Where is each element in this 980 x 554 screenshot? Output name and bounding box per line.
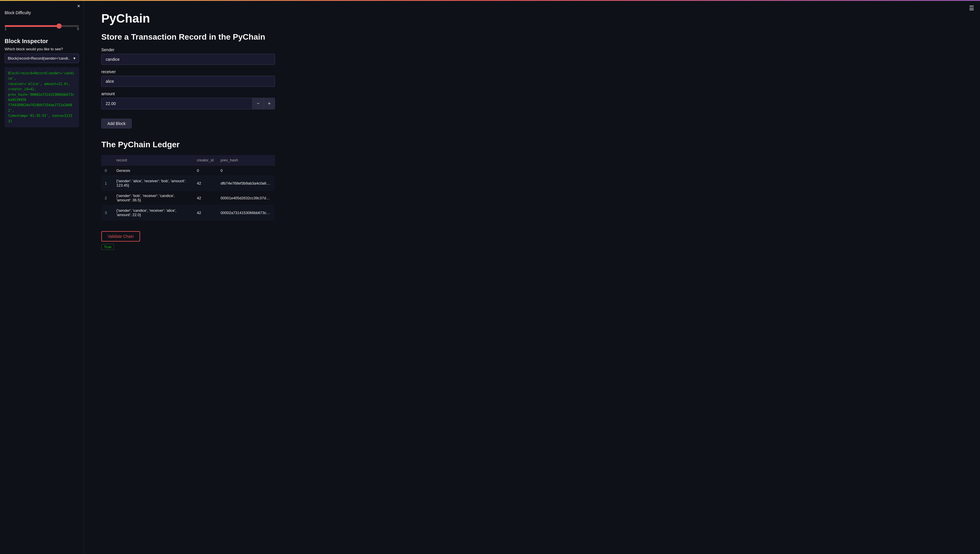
cell-prev-hash: dfb74e768ef3b9ab3a4c0a60869f3cc8a77f22a9 bbox=[217, 176, 275, 191]
col-index bbox=[101, 155, 113, 166]
receiver-label: receiver bbox=[101, 69, 962, 74]
block-select[interactable]: Block(record=Record(sender='candi... Blo… bbox=[5, 54, 79, 63]
cell-record: {'sender': 'alice', 'receiver': 'bob', '… bbox=[113, 176, 193, 191]
slider-track bbox=[5, 23, 79, 25]
decrement-button[interactable]: − bbox=[252, 98, 263, 109]
cell-creator-id: 42 bbox=[193, 176, 217, 191]
table-row: 2 {'sender': 'bob', 'receiver': 'candice… bbox=[101, 191, 275, 205]
difficulty-section: Block Difficulty 4 1 5 bbox=[5, 10, 79, 31]
page-title: PyChain bbox=[101, 11, 962, 25]
col-creator-id: creator_id bbox=[193, 155, 217, 166]
block-inspector-section: Block Inspector Which block would you li… bbox=[5, 38, 79, 127]
cell-creator-id: 0 bbox=[193, 166, 217, 176]
difficulty-slider[interactable] bbox=[5, 25, 79, 27]
receiver-input[interactable] bbox=[101, 76, 275, 87]
transaction-section-title: Store a Transaction Record in the PyChai… bbox=[101, 32, 962, 41]
cell-index: 2 bbox=[101, 191, 113, 205]
amount-label: amount bbox=[101, 91, 962, 96]
ledger-table: record creator_id prev_hash 0 Genesis 0 … bbox=[101, 155, 275, 220]
cell-prev-hash: 0 bbox=[217, 166, 275, 176]
sidebar: × Block Difficulty 4 1 5 Block Inspector… bbox=[0, 0, 84, 554]
cell-index: 3 bbox=[101, 205, 113, 220]
cell-creator-id: 42 bbox=[193, 191, 217, 205]
table-row: 3 {'sender': 'candice', 'receiver': 'ali… bbox=[101, 205, 275, 220]
validate-result: True bbox=[101, 244, 114, 250]
main-content: ☰ PyChain Store a Transaction Record in … bbox=[84, 0, 980, 554]
cell-record: {'sender': 'bob', 'receiver': 'candice',… bbox=[113, 191, 193, 205]
table-header-row: record creator_id prev_hash bbox=[101, 155, 275, 166]
col-prev-hash: prev_hash bbox=[217, 155, 275, 166]
hamburger-button[interactable]: ☰ bbox=[969, 5, 974, 11]
sender-input[interactable] bbox=[101, 54, 275, 65]
cell-index: 0 bbox=[101, 166, 113, 176]
close-button[interactable]: × bbox=[77, 3, 80, 9]
ledger-section: The PyChain Ledger record creator_id pre… bbox=[101, 140, 962, 250]
cell-creator-id: 42 bbox=[193, 205, 217, 220]
top-accent-bar bbox=[0, 0, 980, 1]
sender-label: Sender bbox=[101, 48, 962, 52]
cell-record: {'sender': 'candice', 'receiver': 'alice… bbox=[113, 205, 193, 220]
sender-group: Sender bbox=[101, 48, 962, 65]
block-inspector-question: Which block would you like to see? bbox=[5, 47, 79, 51]
cell-prev-hash: 00002a7314153066bb673c8a9539950f7491890 bbox=[217, 205, 275, 220]
add-block-button[interactable]: Add Block bbox=[101, 119, 132, 129]
block-code-display: Block(record=Record(sender='candice', re… bbox=[5, 67, 79, 127]
amount-container: − + bbox=[101, 98, 275, 109]
block-inspector-title: Block Inspector bbox=[5, 38, 79, 45]
cell-record: Genesis bbox=[113, 166, 193, 176]
table-row: 1 {'sender': 'alice', 'receiver': 'bob',… bbox=[101, 176, 275, 191]
amount-group: amount − + bbox=[101, 91, 962, 109]
difficulty-value: 4 bbox=[55, 18, 84, 22]
amount-input[interactable] bbox=[102, 99, 252, 109]
difficulty-title: Block Difficulty bbox=[5, 10, 79, 15]
ledger-title: The PyChain Ledger bbox=[101, 140, 962, 149]
cell-index: 1 bbox=[101, 176, 113, 191]
cell-prev-hash: 00001e405d2632cc39c37d9e10f4356f781fa8e8 bbox=[217, 191, 275, 205]
receiver-group: receiver bbox=[101, 69, 962, 87]
block-select-container: Block(record=Record(sender='candi... Blo… bbox=[5, 54, 79, 63]
table-row: 0 Genesis 0 0 bbox=[101, 166, 275, 176]
validate-chain-button[interactable]: Validate Chain bbox=[101, 231, 140, 242]
increment-button[interactable]: + bbox=[264, 98, 275, 109]
col-record: record bbox=[113, 155, 193, 166]
